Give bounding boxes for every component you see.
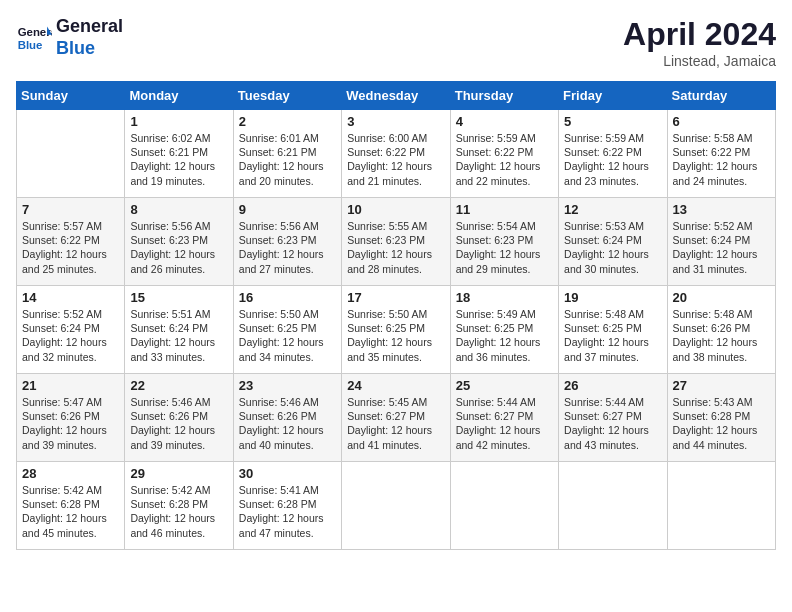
- day-number: 6: [673, 114, 770, 129]
- calendar-cell: 5Sunrise: 5:59 AMSunset: 6:22 PMDaylight…: [559, 110, 667, 198]
- calendar-cell: 12Sunrise: 5:53 AMSunset: 6:24 PMDayligh…: [559, 198, 667, 286]
- day-number: 15: [130, 290, 227, 305]
- calendar-table: SundayMondayTuesdayWednesdayThursdayFrid…: [16, 81, 776, 550]
- location: Linstead, Jamaica: [623, 53, 776, 69]
- day-number: 18: [456, 290, 553, 305]
- day-number: 19: [564, 290, 661, 305]
- calendar-cell: 18Sunrise: 5:49 AMSunset: 6:25 PMDayligh…: [450, 286, 558, 374]
- day-number: 17: [347, 290, 444, 305]
- day-number: 28: [22, 466, 119, 481]
- cell-details: Sunrise: 5:55 AMSunset: 6:23 PMDaylight:…: [347, 220, 432, 275]
- title-block: April 2024 Linstead, Jamaica: [623, 16, 776, 69]
- calendar-cell: 1Sunrise: 6:02 AMSunset: 6:21 PMDaylight…: [125, 110, 233, 198]
- svg-text:Blue: Blue: [18, 39, 43, 51]
- month-title: April 2024: [623, 16, 776, 53]
- calendar-row-1: 7Sunrise: 5:57 AMSunset: 6:22 PMDaylight…: [17, 198, 776, 286]
- cell-details: Sunrise: 5:45 AMSunset: 6:27 PMDaylight:…: [347, 396, 432, 451]
- cell-details: Sunrise: 5:59 AMSunset: 6:22 PMDaylight:…: [564, 132, 649, 187]
- weekday-header-monday: Monday: [125, 82, 233, 110]
- calendar-cell: 30Sunrise: 5:41 AMSunset: 6:28 PMDayligh…: [233, 462, 341, 550]
- weekday-header-wednesday: Wednesday: [342, 82, 450, 110]
- calendar-row-3: 21Sunrise: 5:47 AMSunset: 6:26 PMDayligh…: [17, 374, 776, 462]
- calendar-cell: 25Sunrise: 5:44 AMSunset: 6:27 PMDayligh…: [450, 374, 558, 462]
- weekday-header-sunday: Sunday: [17, 82, 125, 110]
- cell-details: Sunrise: 5:48 AMSunset: 6:25 PMDaylight:…: [564, 308, 649, 363]
- calendar-cell: 15Sunrise: 5:51 AMSunset: 6:24 PMDayligh…: [125, 286, 233, 374]
- cell-details: Sunrise: 5:58 AMSunset: 6:22 PMDaylight:…: [673, 132, 758, 187]
- calendar-cell: 10Sunrise: 5:55 AMSunset: 6:23 PMDayligh…: [342, 198, 450, 286]
- cell-details: Sunrise: 5:43 AMSunset: 6:28 PMDaylight:…: [673, 396, 758, 451]
- calendar-cell: [342, 462, 450, 550]
- day-number: 4: [456, 114, 553, 129]
- calendar-cell: 4Sunrise: 5:59 AMSunset: 6:22 PMDaylight…: [450, 110, 558, 198]
- weekday-header-thursday: Thursday: [450, 82, 558, 110]
- day-number: 9: [239, 202, 336, 217]
- calendar-cell: 9Sunrise: 5:56 AMSunset: 6:23 PMDaylight…: [233, 198, 341, 286]
- page-header: General Blue General Blue April 2024 Lin…: [16, 16, 776, 69]
- day-number: 14: [22, 290, 119, 305]
- calendar-cell: [17, 110, 125, 198]
- day-number: 3: [347, 114, 444, 129]
- day-number: 8: [130, 202, 227, 217]
- day-number: 24: [347, 378, 444, 393]
- cell-details: Sunrise: 6:01 AMSunset: 6:21 PMDaylight:…: [239, 132, 324, 187]
- day-number: 26: [564, 378, 661, 393]
- weekday-header-friday: Friday: [559, 82, 667, 110]
- logo: General Blue General Blue: [16, 16, 123, 59]
- day-number: 20: [673, 290, 770, 305]
- weekday-header-row: SundayMondayTuesdayWednesdayThursdayFrid…: [17, 82, 776, 110]
- calendar-cell: 26Sunrise: 5:44 AMSunset: 6:27 PMDayligh…: [559, 374, 667, 462]
- day-number: 16: [239, 290, 336, 305]
- calendar-cell: 7Sunrise: 5:57 AMSunset: 6:22 PMDaylight…: [17, 198, 125, 286]
- calendar-cell: 20Sunrise: 5:48 AMSunset: 6:26 PMDayligh…: [667, 286, 775, 374]
- cell-details: Sunrise: 5:56 AMSunset: 6:23 PMDaylight:…: [130, 220, 215, 275]
- calendar-row-0: 1Sunrise: 6:02 AMSunset: 6:21 PMDaylight…: [17, 110, 776, 198]
- calendar-cell: 3Sunrise: 6:00 AMSunset: 6:22 PMDaylight…: [342, 110, 450, 198]
- cell-details: Sunrise: 5:49 AMSunset: 6:25 PMDaylight:…: [456, 308, 541, 363]
- cell-details: Sunrise: 5:56 AMSunset: 6:23 PMDaylight:…: [239, 220, 324, 275]
- logo-icon: General Blue: [16, 20, 52, 56]
- calendar-cell: [667, 462, 775, 550]
- day-number: 1: [130, 114, 227, 129]
- cell-details: Sunrise: 5:50 AMSunset: 6:25 PMDaylight:…: [239, 308, 324, 363]
- day-number: 22: [130, 378, 227, 393]
- calendar-cell: 29Sunrise: 5:42 AMSunset: 6:28 PMDayligh…: [125, 462, 233, 550]
- cell-details: Sunrise: 5:50 AMSunset: 6:25 PMDaylight:…: [347, 308, 432, 363]
- day-number: 2: [239, 114, 336, 129]
- cell-details: Sunrise: 5:42 AMSunset: 6:28 PMDaylight:…: [22, 484, 107, 539]
- day-number: 10: [347, 202, 444, 217]
- cell-details: Sunrise: 5:42 AMSunset: 6:28 PMDaylight:…: [130, 484, 215, 539]
- day-number: 23: [239, 378, 336, 393]
- cell-details: Sunrise: 6:00 AMSunset: 6:22 PMDaylight:…: [347, 132, 432, 187]
- cell-details: Sunrise: 5:46 AMSunset: 6:26 PMDaylight:…: [239, 396, 324, 451]
- cell-details: Sunrise: 5:52 AMSunset: 6:24 PMDaylight:…: [22, 308, 107, 363]
- calendar-cell: 22Sunrise: 5:46 AMSunset: 6:26 PMDayligh…: [125, 374, 233, 462]
- logo-blue: Blue: [56, 38, 123, 60]
- calendar-cell: 13Sunrise: 5:52 AMSunset: 6:24 PMDayligh…: [667, 198, 775, 286]
- cell-details: Sunrise: 5:54 AMSunset: 6:23 PMDaylight:…: [456, 220, 541, 275]
- cell-details: Sunrise: 5:52 AMSunset: 6:24 PMDaylight:…: [673, 220, 758, 275]
- calendar-cell: [559, 462, 667, 550]
- calendar-row-2: 14Sunrise: 5:52 AMSunset: 6:24 PMDayligh…: [17, 286, 776, 374]
- cell-details: Sunrise: 5:53 AMSunset: 6:24 PMDaylight:…: [564, 220, 649, 275]
- calendar-cell: 16Sunrise: 5:50 AMSunset: 6:25 PMDayligh…: [233, 286, 341, 374]
- logo-general: General: [56, 16, 123, 38]
- calendar-cell: 24Sunrise: 5:45 AMSunset: 6:27 PMDayligh…: [342, 374, 450, 462]
- calendar-cell: 8Sunrise: 5:56 AMSunset: 6:23 PMDaylight…: [125, 198, 233, 286]
- calendar-cell: [450, 462, 558, 550]
- day-number: 27: [673, 378, 770, 393]
- day-number: 30: [239, 466, 336, 481]
- cell-details: Sunrise: 5:46 AMSunset: 6:26 PMDaylight:…: [130, 396, 215, 451]
- cell-details: Sunrise: 5:57 AMSunset: 6:22 PMDaylight:…: [22, 220, 107, 275]
- calendar-cell: 2Sunrise: 6:01 AMSunset: 6:21 PMDaylight…: [233, 110, 341, 198]
- weekday-header-saturday: Saturday: [667, 82, 775, 110]
- cell-details: Sunrise: 5:48 AMSunset: 6:26 PMDaylight:…: [673, 308, 758, 363]
- cell-details: Sunrise: 6:02 AMSunset: 6:21 PMDaylight:…: [130, 132, 215, 187]
- cell-details: Sunrise: 5:59 AMSunset: 6:22 PMDaylight:…: [456, 132, 541, 187]
- calendar-cell: 19Sunrise: 5:48 AMSunset: 6:25 PMDayligh…: [559, 286, 667, 374]
- svg-text:General: General: [18, 26, 52, 38]
- cell-details: Sunrise: 5:47 AMSunset: 6:26 PMDaylight:…: [22, 396, 107, 451]
- day-number: 12: [564, 202, 661, 217]
- day-number: 7: [22, 202, 119, 217]
- calendar-cell: 17Sunrise: 5:50 AMSunset: 6:25 PMDayligh…: [342, 286, 450, 374]
